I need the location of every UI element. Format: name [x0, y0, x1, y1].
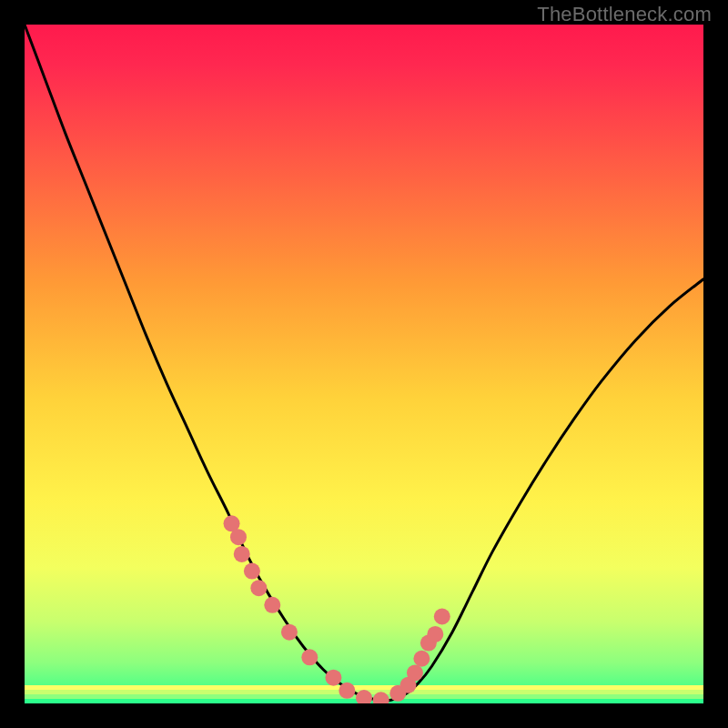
- plot-area: [25, 25, 703, 703]
- highlight-marker: [427, 626, 443, 642]
- watermark-text: TheBottleneck.com: [537, 3, 712, 26]
- bottleneck-curve: [25, 25, 703, 701]
- highlight-marker: [434, 609, 450, 625]
- highlight-marker: [339, 682, 355, 699]
- highlight-marker: [413, 651, 430, 667]
- highlight-marker: [230, 529, 247, 545]
- highlight-marker: [250, 580, 267, 596]
- highlight-markers: [224, 515, 450, 703]
- highlight-marker: [407, 664, 423, 681]
- highlight-marker: [234, 546, 250, 562]
- highlight-marker: [244, 563, 260, 580]
- chart-svg: [25, 25, 703, 703]
- bottom-band: [25, 685, 703, 691]
- highlight-marker: [301, 649, 318, 665]
- highlight-marker: [281, 624, 298, 641]
- highlight-marker: [325, 670, 341, 686]
- highlight-marker: [264, 597, 280, 613]
- chart-frame: TheBottleneck.com: [0, 0, 728, 728]
